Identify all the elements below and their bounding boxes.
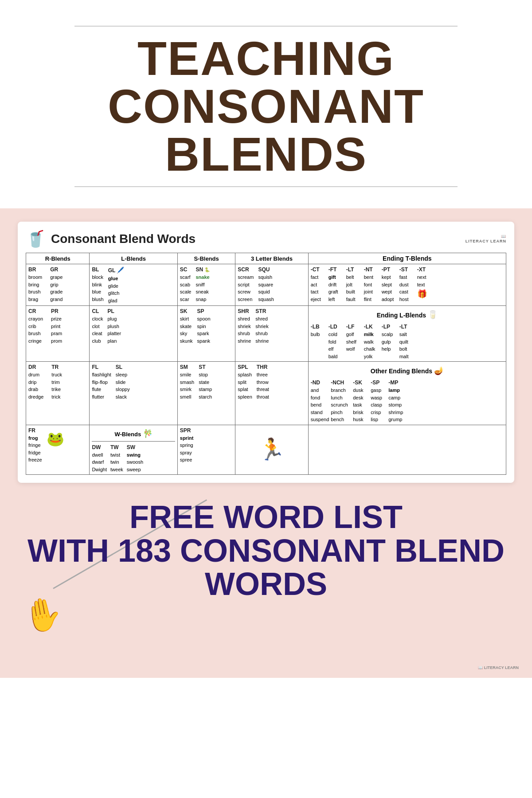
bottom-brand: 📖 LITERACY LEARN — [478, 665, 519, 670]
fr-cell: FR frog fringefridgefreeze 🐸 — [26, 425, 90, 475]
fl-sl-cell: FL flashlightflip-flopfluteflutter SL sl… — [90, 362, 177, 425]
bottom-divider — [74, 186, 458, 187]
bottom-section: 🤚 FREE WORD LIST WITH 183 CONSONANT BLEN… — [0, 492, 532, 678]
l-blends-header: L-Blends — [90, 253, 177, 264]
middle-section: 🥤 Consonant Blend Words 📖 LITERACY LEARN… — [0, 208, 532, 492]
ending-t-header: Ending T-Blends — [308, 253, 506, 264]
cr-pr-cell: CR crayoncribbrushcringe PR prizeprintpr… — [26, 306, 90, 362]
br-gr-cell: BR broombringbrushbrag GR grapegripgrade… — [26, 264, 90, 306]
w-blends-cell: W-Blends 🎋 DW dwelldwarfDwight TW twistt… — [90, 425, 177, 475]
bottom-title-line3: WORDS — [18, 567, 514, 601]
shr-str-cell: SHR shredshriekshrubshrine STR shredshri… — [235, 306, 308, 362]
sc-sn-cell: SC scarfscabscalescar SN 🐍 snakesniffsne… — [177, 264, 235, 306]
chart-card: 🥤 Consonant Blend Words 📖 LITERACY LEARN… — [18, 222, 514, 483]
bottom-text: FREE WORD LIST WITH 183 CONSONANT BLEND … — [18, 492, 514, 601]
blend-row-1: BR broombringbrushbrag GR grapegripgrade… — [26, 264, 506, 306]
three-letter-header: 3 Letter Blends — [235, 253, 308, 264]
s-blends-header: S-Blends — [177, 253, 235, 264]
bottom-title-line1: FREE WORD LIST — [18, 501, 514, 534]
bottom-title-line2: WITH 183 CONSONANT BLEND — [18, 534, 514, 568]
main-title: TEACHING CONSONANT BLENDS — [27, 35, 505, 178]
top-divider — [74, 26, 458, 27]
r-blends-header: R-Blends — [26, 253, 90, 264]
title-line1: TEACHING — [27, 35, 505, 82]
ending-t-words-cell: -CT factacttacteject -FT giftdriftgraftl… — [308, 264, 506, 306]
title-line2: CONSONANT — [27, 82, 505, 130]
cl-pl-cell: CL clockclotcleatclub PL plugplushplatte… — [90, 306, 177, 362]
blender-icon: 🥤 — [26, 230, 46, 248]
chart-brand: 📖 LITERACY LEARN — [466, 234, 506, 244]
blend-row-3: DR drumdripdrabdredge TR trucktrimtriket… — [26, 362, 506, 425]
other-ending-header-cell: Other Ending Blends 🪔 -ND andfondbendsta… — [308, 362, 506, 425]
dr-tr-cell: DR drumdripdrabdredge TR trucktrimtriket… — [26, 362, 90, 425]
blend-row-2: CR crayoncribbrushcringe PR prizeprintpr… — [26, 306, 506, 362]
blend-table: R-Blends L-Blends S-Blends 3 Letter Blen… — [26, 253, 506, 475]
spl-thr-cell: SPL splashsplitsplatspleen THR threethro… — [235, 362, 308, 425]
sk-sp-cell: SK skirtskateskyskunk SP spoonspinsparks… — [177, 306, 235, 362]
spr-cell: SPR sprint springsprayspree — [177, 425, 235, 475]
title-line3: BLENDS — [27, 130, 505, 178]
top-section: TEACHING CONSONANT BLENDS — [0, 0, 532, 208]
sm-st-cell: SM smilesmashsmirksmell ST stopstatestam… — [177, 362, 235, 425]
chart-header: 🥤 Consonant Blend Words 📖 LITERACY LEARN — [26, 230, 506, 248]
bl-gl-cell: BL blockblinkblueblush GL 🖊️ glueglidegl… — [90, 264, 177, 306]
scr-squ-cell: SCR screamscriptscrewscreen SQU squishsq… — [235, 264, 308, 306]
ending-l-header-cell: Ending L-Blends 🥛 -LB bulb -LD coldfolde… — [308, 306, 506, 362]
chart-title: Consonant Blend Words — [51, 232, 196, 246]
blend-row-4: FR frog fringefridgefreeze 🐸 W-Blends 🎋 — [26, 425, 506, 475]
runner-cell: 🏃 — [235, 425, 308, 475]
empty-ending-cell — [308, 425, 506, 475]
